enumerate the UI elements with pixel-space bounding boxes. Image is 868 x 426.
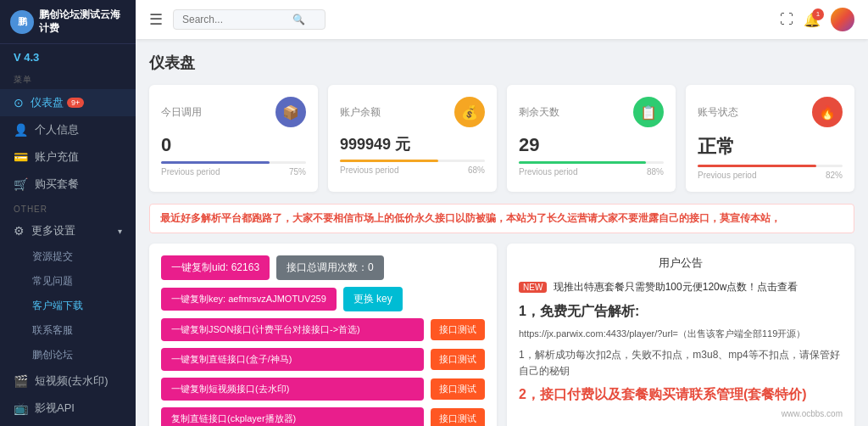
section2-title: 2，接口付费以及套餐购买请联系管理(套餐特价) [519, 386, 843, 404]
stat-value-balance: 999949 元 [340, 134, 485, 154]
logo-text: 鹏创论坛测试云海计费 [39, 8, 125, 35]
announcement-title: 用户公告 [519, 255, 843, 271]
stat-icon-days: 📋 [633, 97, 664, 127]
stat-value-calls: 0 [161, 134, 306, 156]
sidebar-item-forum[interactable]: 鹏创论坛 [0, 343, 136, 367]
sidebar-item-watermark[interactable]: 🎬 短视频(去水印) [0, 367, 136, 395]
sidebar-item-more-settings[interactable]: ⚙ 更多设置 ▾ [0, 217, 136, 244]
stat-progress-calls [161, 161, 306, 164]
copy-shortvideo-button[interactable]: 一键复制短视频接口(去水印) [161, 378, 424, 401]
other-section-label: OTHER [0, 198, 136, 217]
stat-label-balance: 账户余额 [340, 105, 381, 120]
topbar: ☰ 🔍 ⛶ 🔔 1 [136, 0, 868, 39]
announcement-note1: 1，解析成功每次扣2点，失败不扣点，m3u8、mp4等不扣点，请保管好自己的秘钥 [519, 347, 843, 379]
sidebar-item-video-test[interactable]: ▶ 视频测试 [0, 422, 136, 426]
api-row-key: 一键复制key: aefmrsvzAJMOTUV259 更换 key [161, 287, 485, 311]
sidebar-item-dashboard[interactable]: ⊙ 仪表盘 9+ [0, 89, 136, 116]
stat-footer-value: 88% [647, 167, 664, 177]
section1-title: 1，免费无广告解析: [519, 303, 843, 321]
page-content: 仪表盘 今日调用 📦 0 Previous period 75% [136, 39, 868, 426]
package-icon: 🛒 [14, 177, 28, 191]
dashboard-badge: 9+ [67, 98, 84, 108]
search-bar[interactable]: 🔍 [173, 9, 326, 30]
sidebar-item-resource-submit[interactable]: 资源提交 [0, 244, 136, 269]
stat-footer-label: Previous period [340, 165, 398, 175]
stat-footer-value: 75% [289, 167, 306, 177]
notification-badge: 1 [812, 8, 824, 20]
copy-uid-button[interactable]: 一键复制uid: 62163 [161, 255, 270, 280]
change-key-button[interactable]: 更换 key [343, 287, 403, 311]
stat-card-calls: 今日调用 📦 0 Previous period 75% [149, 85, 318, 192]
sidebar-item-recharge[interactable]: 💳 账户充值 [0, 143, 136, 171]
sidebar-item-client-download[interactable]: 客户端下载 [0, 294, 136, 318]
fullscreen-icon[interactable]: ⛶ [780, 12, 793, 27]
announcement-highlight: NEW 现推出特惠套餐只需赞助100元便120w点数！点击查看 [519, 279, 843, 294]
sidebar-item-label: 账户充值 [35, 149, 79, 165]
stat-progress-days [519, 161, 664, 164]
sidebar-item-label: 购买套餐 [35, 177, 79, 192]
page-title: 仪表盘 [149, 53, 854, 73]
stat-progress-status [698, 165, 843, 167]
sidebar-item-contact[interactable]: 联系客服 [0, 318, 136, 343]
stat-icon-calls: 📦 [275, 97, 306, 127]
stats-row: 今日调用 📦 0 Previous period 75% 账户余额 💰 9 [149, 85, 854, 192]
api-row-uid: 一键复制uid: 62163 接口总调用次数：0 [161, 255, 485, 280]
stat-footer-value: 82% [826, 171, 843, 180]
stat-footer-label: Previous period [698, 171, 756, 180]
sidebar-item-profile[interactable]: 👤 个人信息 [0, 116, 136, 143]
sidebar: 鹏 鹏创论坛测试云海计费 V 4.3 菜单 ⊙ 仪表盘 9+ 👤 个人信息 💳 … [0, 0, 136, 426]
stat-progress-balance [340, 160, 485, 162]
stat-icon-balance: 💰 [454, 97, 485, 127]
copy-json-button[interactable]: 一键复制JSON接口(计费平台对接接口->首选) [161, 318, 424, 341]
announcement-url: https://jx.parwix.com:4433/player/?url=（… [519, 328, 843, 340]
test-shortvideo-button[interactable]: 接口测试 [431, 378, 485, 400]
tv-icon: 📺 [14, 401, 28, 415]
video-icon: 🎬 [14, 374, 28, 388]
stat-card-status: 账号状态 🔥 正常 Previous period 82% [686, 85, 854, 192]
announcement-highlight-text: 现推出特惠套餐只需赞助100元便120w点数！点击查看 [554, 281, 798, 293]
stat-icon-status: 🔥 [812, 97, 843, 127]
call-count-button[interactable]: 接口总调用次数：0 [276, 255, 384, 280]
stat-footer-value: 68% [468, 165, 485, 175]
settings-icon: ⚙ [14, 224, 25, 238]
sidebar-logo: 鹏 鹏创论坛测试云海计费 [0, 0, 136, 44]
test-ck-button[interactable]: 接口测试 [431, 408, 485, 426]
alert-banner: 最近好多解析平台都跑路了，大家不要相信市场上的低价永久接口以防被骗，本站为了长久… [149, 204, 854, 233]
search-icon: 🔍 [292, 14, 305, 25]
dashboard-icon: ⊙ [14, 96, 24, 109]
test-json-button[interactable]: 接口测试 [431, 319, 485, 340]
api-row-ckplayer: 复制直链接口(ckplayer播放器) 接口测试 [161, 407, 485, 426]
menu-toggle-icon[interactable]: ☰ [149, 10, 163, 29]
avatar[interactable] [831, 8, 854, 31]
api-row-shortvideo: 一键复制短视频接口(去水印) 接口测试 [161, 378, 485, 401]
copy-ck-button[interactable]: 复制直链接口(ckplayer播放器) [161, 407, 424, 426]
sidebar-item-package[interactable]: 🛒 购买套餐 [0, 171, 136, 198]
stat-label-status: 账号状态 [698, 105, 738, 120]
sidebar-version: V 4.3 [0, 44, 136, 67]
profile-icon: 👤 [14, 123, 28, 137]
api-row-direct: 一键复制直链接口(盒子/神马) 接口测试 [161, 348, 485, 371]
stat-card-days: 剩余天数 📋 29 Previous period 88% [507, 85, 676, 192]
stat-footer-label: Previous period [161, 167, 220, 177]
api-panel: 一键复制uid: 62163 接口总调用次数：0 一键复制key: aefmrs… [149, 244, 497, 426]
sidebar-item-label: 个人信息 [35, 122, 79, 137]
sidebar-item-label: 仪表盘 [31, 95, 64, 110]
main-content: ☰ 🔍 ⛶ 🔔 1 仪表盘 今日调用 📦 0 [136, 0, 868, 426]
recharge-icon: 💳 [14, 150, 28, 164]
topbar-right: ⛶ 🔔 1 [780, 8, 854, 31]
menu-section-label: 菜单 [0, 67, 136, 89]
copy-direct-button[interactable]: 一键复制直链接口(盒子/神马) [161, 348, 424, 371]
new-badge: NEW [519, 282, 547, 293]
chevron-down-icon: ▾ [118, 227, 122, 236]
search-input[interactable] [182, 14, 292, 25]
notification-button[interactable]: 🔔 1 [804, 12, 821, 28]
sidebar-item-video-api[interactable]: 📺 影视API [0, 395, 136, 422]
test-direct-button[interactable]: 接口测试 [431, 349, 485, 370]
alert-text: 最近好多解析平台都跑路了，大家不要相信市场上的低价永久接口以防被骗，本站为了长久… [160, 212, 781, 224]
stat-footer-label: Previous period [519, 167, 577, 177]
announcement-panel: 用户公告 NEW 现推出特惠套餐只需赞助100元便120w点数！点击查看 1，免… [507, 244, 854, 426]
copy-key-button[interactable]: 一键复制key: aefmrsvzAJMOTUV259 [161, 288, 337, 311]
dashboard-body: 一键复制uid: 62163 接口总调用次数：0 一键复制key: aefmrs… [149, 244, 854, 426]
watermark-text: www.ocbbs.com [519, 409, 843, 418]
sidebar-item-faq[interactable]: 常见问题 [0, 269, 136, 294]
